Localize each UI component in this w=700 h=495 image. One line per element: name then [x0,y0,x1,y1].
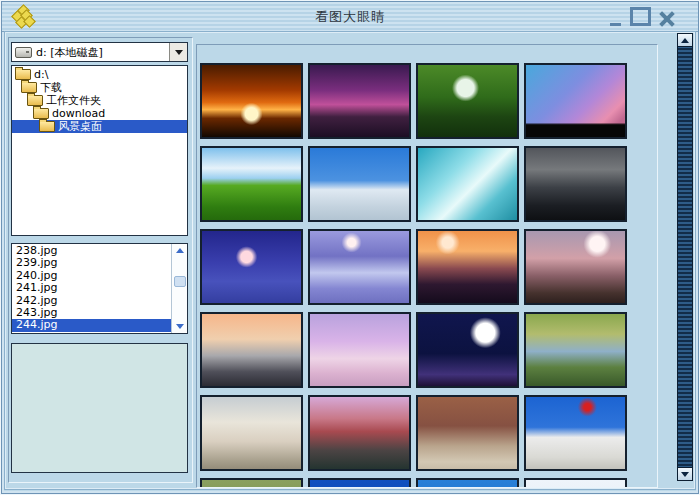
drive-icon [15,47,32,58]
thumbnail-green-hillside[interactable] [200,478,303,488]
folder-icon [27,95,43,106]
thumbnail-snowy-night-moon[interactable] [200,229,303,305]
thumbnail-panel [196,44,658,488]
app-window: 看图大眼睛 d: [本地磁盘] d:\下载工作文件夹download风景桌面 2… [0,0,700,495]
thumbnail-white-stone-church[interactable] [200,395,303,471]
thumbnail-white-clouds[interactable] [524,478,627,488]
folder-icon [39,121,55,132]
maximize-button[interactable] [630,7,651,26]
close-button[interactable] [659,10,676,27]
folder-icon [21,82,37,93]
thumbnail-scroll-up-icon[interactable] [678,34,692,47]
file-list-rows: 238.jpg239.jpg240.jpg241.jpg242.jpg243.j… [12,245,172,333]
thumbnail-green-field-sky[interactable] [200,146,303,222]
thumbnail-snowy-town-blue-sky[interactable] [308,146,411,222]
folder-icon [15,69,31,80]
thumbnail-turquoise-wave[interactable] [416,146,519,222]
drive-dropdown-arrow-icon[interactable] [169,43,187,61]
drive-selector-value: d: [本地磁盘] [36,45,169,60]
drive-selector[interactable]: d: [本地磁盘] [11,42,188,62]
thumbnail-scroll-down-icon[interactable] [678,467,692,480]
folder-label: 风景桌面 [58,119,102,134]
folder-tree-item[interactable]: 风景桌面 [12,120,187,133]
thumbnail-grid [200,63,627,488]
window-controls [609,7,676,27]
file-list-item[interactable]: 239.jpg [12,257,172,269]
titlebar: 看图大眼睛 [2,2,698,32]
thumbnail-scrollbar[interactable] [677,33,693,481]
thumbnail-potala-palace[interactable] [524,395,627,471]
thumbnail-winter-river-forest[interactable] [308,229,411,305]
thumbnail-sky-sparkler-silhouette[interactable] [524,63,627,139]
minimize-button[interactable] [609,10,622,27]
folder-tree: d:\下载工作文件夹download风景桌面 [11,65,188,236]
file-list-item[interactable]: 244.jpg [12,319,172,331]
window-title: 看图大眼睛 [2,2,698,31]
scroll-up-icon[interactable] [172,244,187,257]
folder-tree-item[interactable]: d:\ [12,68,187,81]
thumbnail-alpine-lake-meadow[interactable] [524,312,627,388]
folder-label: 工作文件夹 [46,93,101,108]
file-list-scrollbar[interactable] [171,244,187,333]
thumbnail-venice-canal[interactable] [308,395,411,471]
folder-icon [33,108,49,119]
thumbnail-purple-pine-painting[interactable] [308,312,411,388]
preview-panel [11,343,188,473]
thumbnail-purple-sunset-beach[interactable] [308,63,411,139]
thumbnail-jungle-waterfall[interactable] [416,63,519,139]
scroll-down-icon[interactable] [172,320,187,333]
scroll-thumb[interactable] [174,276,186,287]
sidebar: d: [本地磁盘] d:\下载工作文件夹download风景桌面 238.jpg… [8,37,193,483]
thumbnail-pink-peaks-moon[interactable] [524,229,627,305]
file-list-item[interactable]: 241.jpg [12,282,172,294]
thumbnail-blue-coastline[interactable] [416,478,519,488]
thumbnail-old-courtyard[interactable] [416,395,519,471]
thumbnail-deep-blue-sea[interactable] [308,478,411,488]
thumbnail-dark-gray-mountains[interactable] [524,146,627,222]
file-list: 238.jpg239.jpg240.jpg241.jpg242.jpg243.j… [11,243,188,334]
thumbnail-pastel-sunset-coast[interactable] [200,312,303,388]
thumbnail-city-sunset-moon[interactable] [416,229,519,305]
thumbnail-starry-night-moon[interactable] [416,312,519,388]
thumbnail-sunset-over-sea[interactable] [200,63,303,139]
